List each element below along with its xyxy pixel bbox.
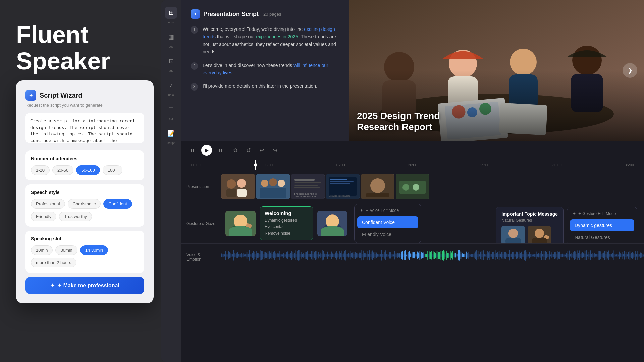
content-panel: ✦ Presentation Script 20 pages 1 Welcome… <box>181 0 644 362</box>
svg-rect-118 <box>296 250 296 261</box>
svg-rect-126 <box>306 252 307 259</box>
svg-rect-207 <box>413 252 414 258</box>
gesture-option-natural[interactable]: Natural Gestures <box>570 231 634 243</box>
slide-thumb-1[interactable] <box>221 174 255 199</box>
svg-rect-373 <box>632 252 633 259</box>
slide-thumb-2[interactable] <box>256 174 290 199</box>
voice-edit-icon: ✦ <box>360 208 363 213</box>
svg-rect-332 <box>578 253 579 258</box>
sidebar-strip: ⊞ ects ▦ eos ⊡ age ♪ udio T ext 📝 script <box>161 0 181 362</box>
tag-confident[interactable]: Confident <box>103 199 132 209</box>
svg-rect-343 <box>592 253 593 258</box>
tag-100plus[interactable]: 100+ <box>103 165 122 175</box>
svg-text:Detailed information: Detailed information <box>329 195 350 197</box>
next-button[interactable]: ❯ <box>623 63 637 78</box>
svg-rect-314 <box>554 252 555 259</box>
svg-rect-144 <box>330 254 330 257</box>
svg-rect-65 <box>225 251 226 260</box>
svg-rect-80 <box>245 254 246 256</box>
sidebar-item-videos[interactable]: ▦ <box>165 31 177 43</box>
tag-trustworthy[interactable]: Trustworthy <box>59 212 92 221</box>
make-professional-button[interactable]: ✦ ✦ Make me professional <box>25 277 144 294</box>
sidebar-item-projects[interactable]: ⊞ <box>165 7 177 19</box>
tag-30min[interactable]: 30min <box>55 245 77 255</box>
tag-1-20[interactable]: 1-20 <box>31 165 50 175</box>
speaking-slot-section: Speaking slot 10min 30min 1h 30min more … <box>25 231 144 273</box>
voice-option-confident[interactable]: Confident Voice <box>357 216 418 228</box>
svg-rect-277 <box>505 252 506 259</box>
svg-rect-128 <box>309 254 309 256</box>
svg-rect-218 <box>427 251 428 260</box>
svg-rect-26 <box>260 188 286 198</box>
tag-20-50[interactable]: 20-50 <box>52 165 73 175</box>
skip-end-button[interactable]: ⏭ <box>217 146 225 154</box>
svg-rect-42 <box>366 193 389 197</box>
loop2-button[interactable]: ↺ <box>244 146 252 154</box>
play-button[interactable]: ▶ <box>201 145 212 156</box>
skip-start-button[interactable]: ⏮ <box>188 146 196 154</box>
svg-rect-96 <box>266 253 267 258</box>
svg-rect-162 <box>354 252 354 259</box>
svg-rect-245 <box>463 254 464 257</box>
script-num-2: 2 <box>191 62 198 70</box>
svg-rect-196 <box>398 253 399 257</box>
svg-rect-230 <box>443 250 444 260</box>
svg-rect-244 <box>462 253 463 257</box>
svg-rect-148 <box>335 252 336 258</box>
tag-1h30[interactable]: 1h 30min <box>80 245 108 255</box>
svg-rect-356 <box>610 254 610 257</box>
sidebar-item-audio[interactable]: ♪ <box>165 79 177 91</box>
tag-10min[interactable]: 10min <box>31 245 53 255</box>
svg-rect-187 <box>386 254 387 257</box>
sidebar-item-image[interactable]: ⊡ <box>165 55 177 67</box>
svg-rect-208 <box>414 252 415 258</box>
svg-rect-211 <box>418 253 419 258</box>
playhead[interactable] <box>255 160 256 170</box>
slide-thumb-6[interactable] <box>396 174 429 199</box>
script-input[interactable]: Create a script for a introducing recent… <box>25 113 144 143</box>
speech-style-title: Speech style <box>31 190 139 195</box>
svg-rect-374 <box>634 253 634 258</box>
svg-rect-90 <box>258 253 259 258</box>
tag-friendly[interactable]: Friendly <box>31 212 56 221</box>
topic-message: Important Topic Message Natural Gestures <box>496 207 564 243</box>
slide-thumb-4[interactable]: Detailed information <box>326 174 360 199</box>
sidebar-item-script[interactable]: 📝 <box>165 127 177 139</box>
loop-button[interactable]: ⟲ <box>231 146 239 154</box>
svg-rect-113 <box>289 254 289 257</box>
svg-rect-370 <box>628 252 629 259</box>
slide-thumb-3[interactable]: The next agenda is design trend colors. <box>291 174 325 199</box>
svg-rect-155 <box>344 251 345 259</box>
tag-50-100[interactable]: 50-100 <box>76 165 100 175</box>
svg-rect-278 <box>507 253 507 258</box>
tag-charismatic[interactable]: Charismatic <box>68 199 101 209</box>
cta-star-icon: ✦ <box>50 282 55 289</box>
tag-more-2h[interactable]: more than 2 hours <box>31 258 76 267</box>
gesture-option-dynamic[interactable]: Dynamic gestures <box>570 219 634 231</box>
svg-rect-67 <box>228 251 229 260</box>
voice-option-friendly[interactable]: Friendly Voice <box>357 228 418 240</box>
svg-rect-379 <box>640 252 641 258</box>
undo-button[interactable]: ↩ <box>258 146 266 154</box>
svg-rect-296 <box>530 254 531 257</box>
slide-thumb-5[interactable] <box>361 174 394 199</box>
tag-professional[interactable]: Professional <box>31 199 65 209</box>
svg-rect-318 <box>559 251 560 259</box>
svg-rect-350 <box>602 253 602 258</box>
svg-rect-233 <box>447 253 448 258</box>
svg-rect-79 <box>244 254 245 256</box>
svg-rect-29 <box>294 182 321 183</box>
svg-rect-104 <box>277 253 277 257</box>
sidebar-item-text[interactable]: T <box>165 103 177 115</box>
svg-rect-254 <box>475 252 476 259</box>
svg-rect-186 <box>385 250 386 260</box>
svg-rect-260 <box>483 250 484 260</box>
svg-rect-237 <box>452 251 453 259</box>
redo-button[interactable]: ↪ <box>271 146 279 154</box>
svg-rect-282 <box>512 252 513 259</box>
svg-rect-231 <box>444 251 445 259</box>
svg-rect-62 <box>221 253 222 257</box>
svg-rect-224 <box>435 253 436 258</box>
gesture-track-label: Gesture & Gaze <box>181 221 221 226</box>
svg-rect-378 <box>639 254 639 256</box>
